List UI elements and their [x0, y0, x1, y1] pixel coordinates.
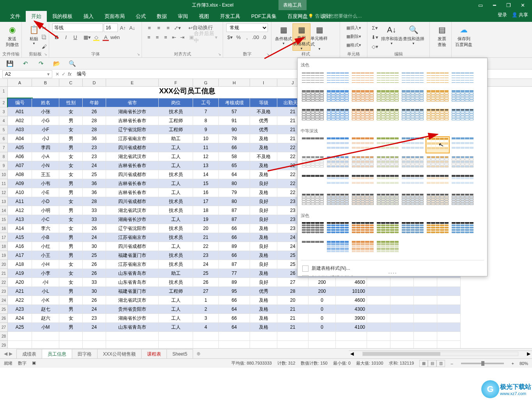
table-row-cell[interactable]: 12: [193, 152, 219, 161]
tab-insert[interactable]: 插入: [78, 11, 99, 22]
table-row-cell[interactable]: 0: [309, 314, 336, 323]
col-header-D[interactable]: D: [83, 79, 106, 86]
increase-decimal-button[interactable]: .00: [252, 33, 259, 41]
table-style-option[interactable]: [326, 192, 350, 210]
table-row-cell[interactable]: 不及格: [250, 152, 277, 161]
row-header[interactable]: 26: [0, 314, 8, 323]
table-row-cell[interactable]: 男: [59, 242, 83, 251]
row-header[interactable]: 25: [0, 305, 8, 314]
view-pagebreak-icon[interactable]: ▥: [436, 360, 445, 367]
table-row-cell[interactable]: 四川省成都市: [106, 197, 159, 206]
phonetic-button[interactable]: wén: [111, 33, 119, 41]
table-row-cell[interactable]: 女: [59, 278, 83, 287]
table-row-cell[interactable]: 小A: [32, 152, 59, 161]
table-style-option[interactable]: [376, 136, 400, 153]
table-row-cell[interactable]: 技术员: [159, 233, 193, 242]
table-row-cell[interactable]: 技术员: [159, 170, 193, 179]
table-row-cell[interactable]: 辽宁省沈阳市: [106, 125, 159, 134]
table-row-cell[interactable]: 19: [193, 215, 219, 224]
table-style-option[interactable]: [426, 108, 450, 125]
table-row-cell[interactable]: 33: [83, 278, 106, 287]
decrease-font-icon[interactable]: A↓: [128, 23, 137, 32]
table-row-cell[interactable]: 及格: [250, 296, 277, 305]
table-row-cell[interactable]: 15: [193, 179, 219, 188]
table-row-cell[interactable]: 0: [309, 305, 336, 314]
column-header-cell[interactable]: 岗位: [159, 98, 193, 107]
row-header[interactable]: 15: [0, 215, 8, 224]
tab-page-layout[interactable]: 页面布局: [99, 11, 130, 22]
table-style-option[interactable]: [426, 89, 450, 106]
table-row-cell[interactable]: 及格: [250, 161, 277, 170]
table-row-cell[interactable]: 技术员: [159, 107, 193, 116]
share-button[interactable]: 👤 共享: [512, 12, 528, 18]
sort-filter-button[interactable]: A↓排序和筛选▼: [381, 23, 403, 51]
empty-cell[interactable]: [390, 332, 414, 341]
table-row-cell[interactable]: 李六: [32, 224, 59, 233]
autosum-button[interactable]: Σ▾: [371, 23, 379, 32]
table-style-option[interactable]: [351, 240, 375, 257]
invoice-check-button[interactable]: ▤发票 查验: [433, 23, 451, 51]
table-style-option[interactable]: [351, 108, 375, 125]
table-row-cell[interactable]: 良好: [250, 179, 277, 188]
table-row-cell[interactable]: 36: [83, 188, 106, 197]
table-row-cell[interactable]: 24: [83, 305, 106, 314]
table-row-cell[interactable]: A01: [8, 107, 32, 116]
sheet-tab-6[interactable]: Sheet5: [167, 349, 193, 358]
table-row-cell[interactable]: 28: [83, 125, 106, 134]
table-row-cell[interactable]: 小G: [32, 116, 59, 125]
table-row-cell[interactable]: 26: [83, 107, 106, 116]
hscroll-right[interactable]: ▶: [525, 351, 532, 357]
table-row-cell[interactable]: 80: [219, 179, 250, 188]
table-row-cell[interactable]: 不及格: [250, 107, 277, 116]
table-style-option[interactable]: [301, 108, 325, 125]
table-row-cell[interactable]: 良好: [250, 242, 277, 251]
table-row-cell[interactable]: [414, 305, 437, 314]
table-style-option[interactable]: [426, 174, 450, 191]
row-header[interactable]: 4: [0, 116, 8, 125]
table-row-cell[interactable]: 工人: [159, 152, 193, 161]
row-header[interactable]: 17: [0, 233, 8, 242]
empty-cell[interactable]: [59, 332, 83, 341]
table-row-cell[interactable]: 小李: [32, 269, 59, 278]
table-row-cell[interactable]: 湖南省长沙市: [106, 314, 159, 323]
table-row-cell[interactable]: 及格: [250, 305, 277, 314]
format-cells-button[interactable]: ▦ 格式 ▾: [343, 41, 364, 49]
table-row-cell[interactable]: 小H: [32, 260, 59, 269]
table-row-cell[interactable]: 助工: [159, 134, 193, 143]
table-row-cell[interactable]: 79: [219, 188, 250, 197]
empty-cell[interactable]: [309, 332, 336, 341]
table-row-cell[interactable]: 优秀: [250, 287, 277, 296]
table-row-cell[interactable]: 技术员: [159, 197, 193, 206]
column-header-cell[interactable]: 编号: [8, 98, 32, 107]
table-style-option[interactable]: [351, 155, 375, 172]
insert-cells-button[interactable]: ▦ 插入 ▾: [343, 23, 364, 32]
empty-cell[interactable]: [219, 332, 250, 341]
table-row-cell[interactable]: 小韦: [32, 179, 59, 188]
table-style-option[interactable]: [426, 155, 450, 172]
table-row-cell[interactable]: 16: [193, 188, 219, 197]
table-row-cell[interactable]: A06: [8, 152, 32, 161]
empty-cell[interactable]: [83, 332, 106, 341]
table-row-cell[interactable]: A17: [8, 251, 32, 260]
empty-cell[interactable]: [336, 332, 367, 341]
table-style-option[interactable]: [351, 136, 375, 153]
accept-formula-icon[interactable]: ✓: [62, 71, 66, 77]
table-style-option[interactable]: [376, 108, 400, 125]
table-row-cell[interactable]: 及格: [250, 233, 277, 242]
table-row-cell[interactable]: A14: [8, 224, 32, 233]
table-row-cell[interactable]: 工程师: [159, 125, 193, 134]
table-row-cell[interactable]: [390, 296, 414, 305]
tab-pdf[interactable]: PDF工具集: [246, 11, 282, 22]
table-row-cell[interactable]: 男: [59, 188, 83, 197]
font-launcher[interactable]: ↘: [137, 52, 140, 56]
table-row-cell[interactable]: 80: [219, 197, 250, 206]
tell-me-input[interactable]: 告诉我您想要做什么…: [308, 13, 362, 20]
table-row-cell[interactable]: 工人: [159, 242, 193, 251]
table-style-option[interactable]: [401, 221, 425, 238]
empty-cell[interactable]: [83, 341, 106, 348]
table-style-option[interactable]: [351, 192, 375, 210]
table-row-cell[interactable]: 山东省青岛市: [106, 269, 159, 278]
table-row-cell[interactable]: 90: [219, 125, 250, 134]
sheet-tab-2[interactable]: 员工信息: [42, 349, 72, 358]
table-style-option[interactable]: [376, 89, 400, 106]
